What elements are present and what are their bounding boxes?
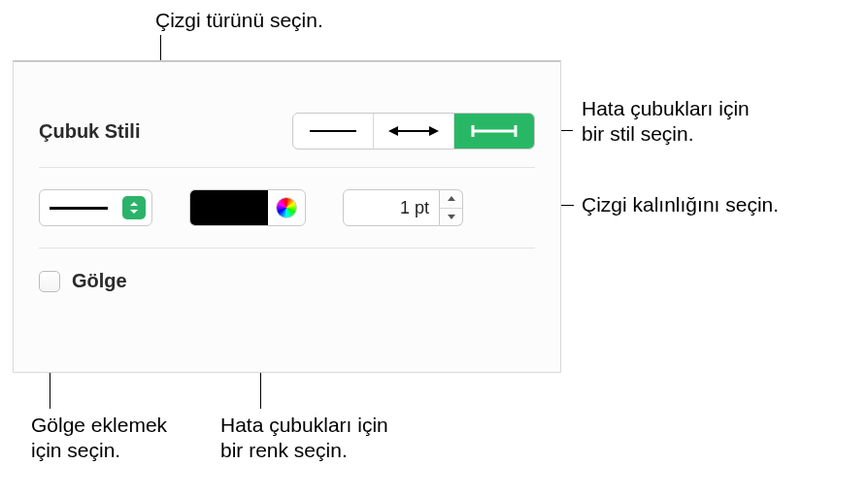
error-bar-plain-icon	[306, 123, 360, 139]
error-bar-cap-icon	[467, 123, 521, 139]
line-thickness-input[interactable]	[343, 189, 440, 226]
chevron-up-icon	[447, 195, 456, 202]
stepper-down-button[interactable]	[440, 209, 462, 226]
shadow-checkbox[interactable]	[39, 271, 60, 292]
error-bar-style-option-3[interactable]	[454, 114, 534, 149]
svg-marker-2	[388, 126, 398, 136]
color-swatch[interactable]	[190, 190, 268, 225]
line-preview-icon	[50, 207, 108, 210]
popup-arrows-icon	[122, 196, 146, 219]
line-thickness-stepper	[343, 189, 463, 226]
error-bar-style-segmented	[292, 113, 535, 149]
callout-shadow-l2: için seçin.	[31, 438, 167, 463]
callout-color-l2: bir renk seçin.	[220, 438, 388, 463]
section-title-bar-style: Çubuk Stili	[39, 120, 292, 143]
line-type-popup[interactable]	[39, 189, 152, 226]
shadow-label: Gölge	[72, 270, 127, 292]
callout-bar-style: Hata çubukları için bir stil seçin.	[582, 96, 750, 148]
callout-thickness: Çizgi kalınlığını seçin.	[582, 192, 779, 217]
callout-shadow-l1: Gölge eklemek	[31, 413, 167, 438]
callout-bar-style-l2: bir stil seçin.	[582, 121, 750, 147]
error-bar-arrow-icon	[386, 123, 441, 139]
svg-marker-7	[130, 202, 138, 206]
callout-color-l1: Hata çubukları için	[220, 413, 388, 438]
color-wheel-button[interactable]	[268, 197, 305, 218]
svg-marker-10	[448, 215, 455, 219]
style-panel: Çubuk Stili	[13, 60, 561, 373]
stepper-up-button[interactable]	[440, 190, 462, 209]
svg-marker-3	[429, 126, 439, 136]
callout-line-type: Çizgi türünü seçin.	[155, 8, 323, 33]
svg-marker-9	[448, 196, 455, 201]
svg-marker-8	[130, 210, 138, 214]
color-wheel-icon	[276, 197, 297, 218]
error-bar-style-option-2[interactable]	[374, 114, 454, 149]
error-bar-style-option-1[interactable]	[293, 114, 374, 149]
callout-color: Hata çubukları için bir renk seçin.	[220, 413, 388, 464]
chevron-down-icon	[447, 214, 456, 220]
color-well-group	[189, 189, 306, 226]
callout-bar-style-l1: Hata çubukları için	[582, 96, 750, 121]
callout-shadow: Gölge eklemek için seçin.	[31, 413, 167, 464]
stepper-arrows	[440, 189, 463, 226]
